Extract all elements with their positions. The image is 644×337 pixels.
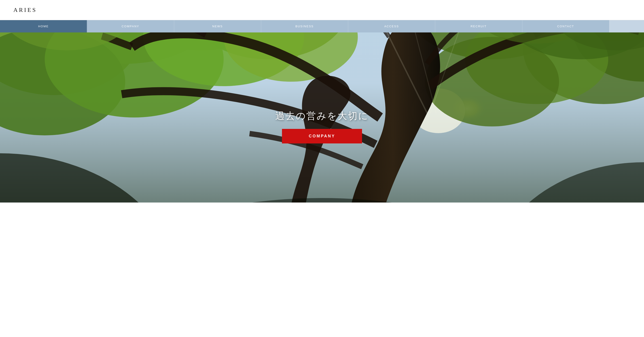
hero-tagline: 過去の営みを大切に — [275, 110, 369, 122]
site-logo[interactable]: ARIES — [14, 7, 37, 14]
nav-item-home[interactable]: HOME — [0, 20, 87, 33]
site-header: ARIES — [0, 0, 644, 20]
hero-content: 過去の営みを大切に COMPANY — [275, 110, 369, 143]
nav-item-news[interactable]: NEWS — [174, 20, 261, 33]
nav-item-recruit[interactable]: RECRUIT — [435, 20, 522, 33]
nav-item-company[interactable]: COMPANY — [87, 20, 174, 33]
nav-item-business[interactable]: BUSINESS — [261, 20, 348, 33]
hero-company-button[interactable]: COMPANY — [282, 129, 362, 143]
nav-item-contact[interactable]: CONTACT — [522, 20, 609, 33]
hero-section: 過去の営みを大切に COMPANY — [0, 33, 644, 202]
main-nav: HOME COMPANY NEWS BUSINESS ACCESS RECRUI… — [0, 20, 644, 33]
nav-item-access[interactable]: ACCESS — [348, 20, 435, 33]
nav-extra-space — [609, 20, 644, 33]
